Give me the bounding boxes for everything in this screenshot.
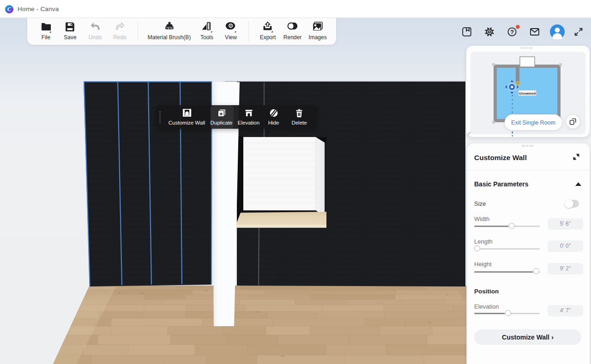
svg-text:Unnamed: Unnamed (519, 91, 536, 95)
svg-text:C: C (7, 6, 12, 12)
svg-text:Exit Single Room: Exit Single Room (511, 119, 555, 126)
svg-text:?: ? (510, 29, 514, 36)
